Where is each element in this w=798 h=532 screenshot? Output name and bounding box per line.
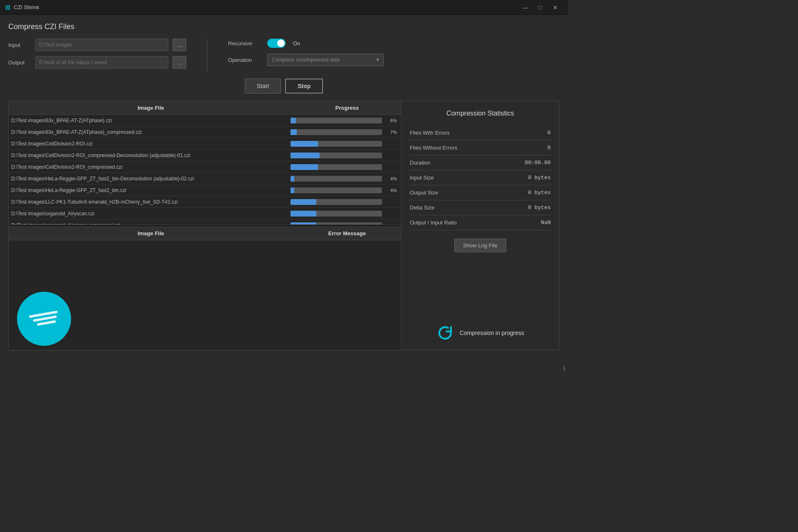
cell-progress: 6% [291, 118, 399, 123]
progress-bar-fill [291, 129, 297, 135]
stop-button[interactable]: Stop [285, 79, 323, 94]
progress-bar-bg [291, 141, 382, 147]
cell-file: D:\Test images\CellDivision2-ROI_compres… [11, 153, 291, 158]
show-log-button[interactable]: Show Log File [454, 239, 506, 252]
progress-bar-fill [291, 187, 294, 193]
output-label: Output [8, 59, 31, 66]
error-col-message: Error Message [293, 230, 401, 236]
form-right: Recursive On Operation Compress uncompre… [228, 39, 384, 66]
operation-select[interactable]: Compress uncompressed data Decompress da… [267, 54, 384, 66]
input-field[interactable] [35, 39, 168, 51]
stat-label: Delta Size [410, 204, 434, 211]
input-browse-button[interactable]: ... [172, 39, 186, 51]
progress-col-progress: Progress [293, 105, 401, 111]
cell-file: D:\Test images\63x_BPAE-AT-Z(ATphase).cz… [11, 118, 291, 123]
input-label: Input [8, 42, 31, 48]
cell-progress [291, 153, 399, 158]
cell-progress [291, 211, 399, 217]
form-left: Input ... Output ... [8, 39, 186, 69]
progress-bar-fill [291, 199, 316, 205]
error-table-header: Image File Error Message [9, 227, 401, 240]
cell-progress: 7% [291, 129, 399, 135]
left-panel: Image File Progress D:\Test images\63x_B… [8, 101, 401, 350]
stat-value: 0 bytes [528, 175, 551, 181]
cell-progress: 4% [291, 187, 399, 193]
right-panel: Compression Statistics Files With Errors… [401, 101, 559, 350]
recursive-toggle[interactable] [267, 39, 286, 48]
stats-rows: Files With Errors0Files Without Errors0D… [410, 126, 551, 230]
window-controls: — □ ✕ [518, 0, 563, 15]
vertical-divider [207, 39, 207, 72]
progress-pct-label: 4% [384, 188, 397, 193]
progress-col-file: Image File [9, 105, 293, 111]
progress-bar-fill [291, 211, 316, 217]
stat-row: Files Without Errors0 [410, 140, 551, 155]
progress-bar-fill [291, 118, 296, 123]
cell-progress [291, 199, 399, 205]
spinner-icon [436, 324, 454, 342]
stat-label: Files Without Errors [410, 145, 457, 151]
progress-bar-bg [291, 211, 382, 217]
stat-row: Input Size0 bytes [410, 170, 551, 185]
page-title: Compress CZI Files [8, 22, 559, 31]
close-button[interactable]: ✕ [548, 0, 563, 15]
recursive-label: Recursive [228, 40, 261, 47]
app-icon: ⊠ [5, 3, 10, 11]
maximize-button[interactable]: □ [533, 0, 548, 15]
output-field[interactable] [35, 56, 168, 69]
start-button[interactable]: Start [245, 79, 281, 94]
cell-file: D:\Test images\CellDivision2-ROI.czi [11, 141, 291, 147]
progress-table-body: D:\Test images\63x_BPAE-AT-Z(ATphase).cz… [9, 115, 401, 224]
output-row: Output ... [8, 56, 186, 69]
progress-pct-label: 4% [384, 176, 397, 181]
progress-bar-bg [291, 164, 382, 170]
toggle-track [267, 39, 286, 48]
app-title: CZI Shrink [14, 4, 39, 10]
title-bar: ⊠ CZI Shrink — □ ✕ [0, 0, 568, 15]
output-browse-button[interactable]: ... [172, 56, 186, 69]
stat-row: Delta Size0 bytes [410, 200, 551, 215]
stat-value: 0 [547, 145, 551, 151]
progress-bar-fill [291, 153, 320, 158]
cell-progress: 4% [291, 176, 399, 182]
logo-icon [29, 310, 59, 327]
operation-label: Operation [228, 57, 261, 63]
stat-label: Output / Input Ratio [410, 219, 457, 226]
recursive-state-label: On [293, 40, 300, 47]
teal-circle-logo [17, 292, 71, 346]
progress-table-header: Image File Progress [9, 101, 401, 115]
stat-row: Duration00:00.00 [410, 155, 551, 170]
table-row: D:\Test images\organoid_Airyscan_process… [9, 219, 401, 224]
cell-progress [291, 164, 399, 170]
top-form: Input ... Output ... Recursive [8, 39, 559, 72]
stat-row: Files With Errors0 [410, 126, 551, 140]
error-table-body [9, 240, 401, 350]
cell-file: D:\Test images\organoid_Airyscan.czi [11, 211, 291, 217]
operation-row: Operation Compress uncompressed data Dec… [228, 54, 384, 66]
stat-value: NaN [541, 219, 551, 226]
info-icon[interactable]: ℹ [563, 365, 565, 372]
progress-bar-bg [291, 129, 382, 135]
table-row: D:\Test images\organoid_Airyscan.czi [9, 208, 401, 219]
stat-label: Duration [410, 160, 430, 166]
stat-label: Output Size [410, 190, 438, 196]
table-row: D:\Test images\CellDivision2-ROI_compres… [9, 150, 401, 161]
logo-line-3 [37, 320, 56, 326]
stat-value: 0 bytes [528, 190, 551, 196]
stat-value: 00:00.00 [525, 160, 551, 166]
progress-bar-fill [291, 176, 294, 182]
cell-file: D:\Test images\HeLa-Reggie-GFP_ZT_fast2_… [11, 176, 291, 182]
stat-label: Files With Errors [410, 130, 450, 136]
operation-select-wrapper: Compress uncompressed data Decompress da… [267, 54, 384, 66]
minimize-button[interactable]: — [518, 0, 533, 15]
stat-row: Output / Input RatioNaN [410, 215, 551, 230]
error-col-file: Image File [9, 230, 293, 236]
lower-section: Image File Progress D:\Test images\63x_B… [8, 101, 559, 350]
input-row: Input ... [8, 39, 186, 51]
toggle-thumb [277, 39, 285, 47]
stat-value: 0 bytes [528, 204, 551, 211]
cell-file: D:\Test images\HeLa-Reggie-GFP_ZT_fast2_… [11, 187, 291, 193]
title-bar-left: ⊠ CZI Shrink [5, 3, 39, 11]
progress-bar-bg [291, 199, 382, 205]
main-content: Compress CZI Files Input ... Output ... … [0, 15, 568, 355]
